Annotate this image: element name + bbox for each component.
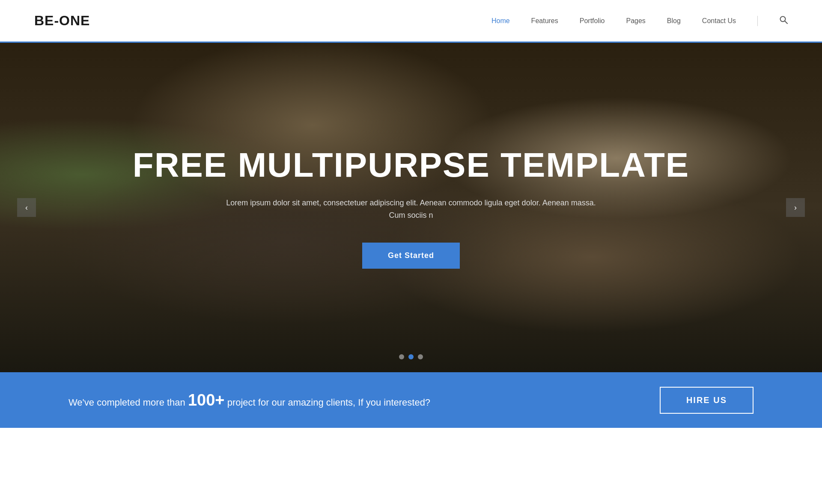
nav-divider	[757, 16, 758, 26]
slider-dot-3[interactable]	[418, 354, 423, 359]
hero-cta-button[interactable]: Get Started	[362, 243, 460, 269]
hero-subtitle: Lorem ipsum dolor sit amet, consectetuer…	[218, 197, 604, 222]
site-logo: BE-ONE	[34, 13, 90, 29]
slider-prev-button[interactable]: ‹	[17, 198, 36, 217]
cta-text-prefix: We've completed more than	[68, 397, 188, 408]
nav-portfolio[interactable]: Portfolio	[580, 17, 605, 25]
hero-section: ‹ › FREE MULTIPURPSE TEMPLATE Lorem ipsu…	[0, 43, 822, 372]
hero-title: FREE MULTIPURPSE TEMPLATE	[133, 146, 689, 184]
cta-bar: We've completed more than 100+ project f…	[0, 372, 822, 428]
cta-text-suffix: project for our amazing clients, If you …	[225, 397, 431, 408]
header: BE-ONE Home Features Portfolio Pages Blo…	[0, 0, 822, 43]
slider-next-button[interactable]: ›	[786, 198, 805, 217]
nav-blog[interactable]: Blog	[667, 17, 681, 25]
nav-home[interactable]: Home	[491, 17, 510, 25]
nav-pages[interactable]: Pages	[626, 17, 645, 25]
nav-features[interactable]: Features	[531, 17, 558, 25]
nav-contact[interactable]: Contact Us	[702, 17, 736, 25]
slider-dot-2[interactable]	[408, 354, 414, 359]
cta-text: We've completed more than 100+ project f…	[68, 391, 430, 409]
slider-dot-1[interactable]	[399, 354, 404, 359]
hire-us-button[interactable]: HIRE US	[660, 387, 754, 414]
slider-dots	[399, 354, 423, 359]
hero-content: FREE MULTIPURPSE TEMPLATE Lorem ipsum do…	[0, 43, 822, 372]
svg-line-1	[785, 21, 787, 24]
search-icon[interactable]	[779, 15, 788, 26]
main-nav: Home Features Portfolio Pages Blog Conta…	[491, 15, 788, 26]
cta-count: 100+	[188, 391, 225, 409]
